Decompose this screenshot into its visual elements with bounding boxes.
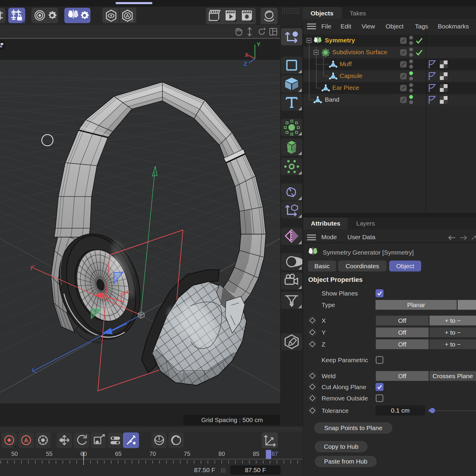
svg-text:Grid Spacing : 500 cm: Grid Spacing : 500 cm (201, 416, 263, 423)
svg-text:A: A (126, 13, 129, 18)
svg-text:Y: Y (257, 41, 261, 47)
svg-text:X: X (245, 52, 249, 58)
svg-text:A: A (24, 437, 28, 443)
svg-text:Z: Z (244, 61, 247, 67)
